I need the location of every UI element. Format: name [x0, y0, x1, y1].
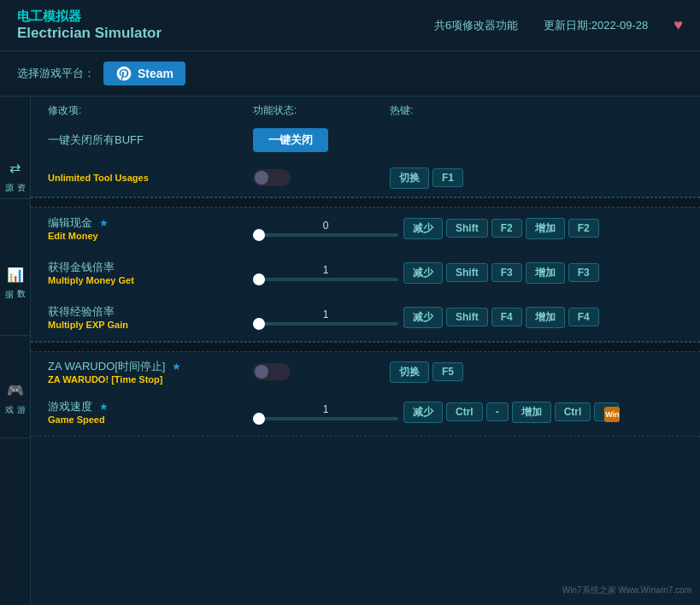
slider-dot-gamespeed[interactable] [253, 413, 265, 425]
hotkey-shift-exp[interactable]: Shift [446, 308, 488, 326]
header-title-cn: 电工模拟器 [17, 9, 162, 25]
hotkey-f4-dec-exp[interactable]: F4 [491, 308, 522, 326]
hotkey-f2-dec-money[interactable]: F2 [491, 219, 522, 238]
zawarudo-toggle-switch[interactable] [253, 363, 291, 380]
mod-name-money: 编辑现金 ★ Edit Money [48, 215, 253, 241]
yijian-toggle-btn[interactable]: 一键关闭 [253, 128, 328, 152]
slider-bar-gamespeed[interactable] [253, 417, 398, 420]
hotkey-qiehuan-zawarudo[interactable]: 切换 [390, 361, 429, 383]
sidebar-label-resource: 资源 [3, 176, 27, 178]
col-headers: 修改项: 功能状态: 热键: [31, 97, 700, 121]
hotkey-inc-gs[interactable]: 增加 [512, 402, 551, 423]
hotkey-dec-money[interactable]: 减少 [403, 218, 443, 239]
hotkey-qiehuan-unlimited[interactable]: 切换 [390, 167, 429, 189]
mod-name-yijian: 一键关闭所有BUFF [48, 132, 253, 148]
toggle-knob-zawarudo [255, 365, 268, 379]
mod-status-unlimited [253, 169, 390, 186]
meta-count: 共6项修改器功能 [434, 18, 518, 33]
hotkey-f1-unlimited[interactable]: F1 [432, 168, 463, 187]
slider-dot-exp[interactable] [253, 318, 265, 330]
hotkey-shift-money[interactable]: Shift [446, 219, 488, 238]
col-header-hotkey: 热键: [390, 103, 683, 118]
table-row: ZA WARUDO[时间停止] ★ ZA WARUDO! [Time Stop]… [31, 352, 700, 391]
slider-bar-exp[interactable] [253, 322, 398, 326]
hotkey-dec-gs[interactable]: 减少 [403, 402, 443, 423]
header-title-en: Electrician Simulator [17, 25, 162, 42]
hotkey-f5-zawarudo[interactable]: F5 [432, 362, 463, 381]
mod-hotkey-exp[interactable]: 减少 Shift F4 增加 F4 [403, 307, 599, 328]
mod-status-zawarudo [253, 363, 390, 380]
mod-cn-multiply-money: 获得金钱倍率 [48, 260, 253, 275]
mod-hotkey-gamespeed[interactable]: 减少 Ctrl - 增加 Ctrl = Win [403, 402, 619, 423]
mod-en-gamespeed: Game Speed [48, 414, 253, 425]
mod-en-multiply-money: Multiply Money Get [48, 275, 253, 285]
mod-en-zawarudo: ZA WARUDO! [Time Stop] [48, 374, 253, 385]
mod-name-gamespeed: 游戏速度 ★ Game Speed [48, 399, 253, 425]
slider-bar-money[interactable] [253, 233, 398, 237]
hotkey-dec-mm[interactable]: 减少 [403, 262, 443, 284]
mod-en-exp: Multiply EXP Gain [48, 320, 253, 330]
hotkey-f2-inc-money[interactable]: F2 [568, 219, 599, 238]
table-row: Unlimited Tool Usages 切换 F1 [31, 159, 700, 197]
mod-en-unlimited: Unlimited Tool Usages [48, 173, 253, 183]
game-section: ZA WARUDO[时间停止] ★ ZA WARUDO! [Time Stop]… [31, 352, 700, 437]
heart-icon[interactable]: ♥ [674, 16, 683, 34]
sidebar-section-game[interactable]: 🎮 游戏 [0, 336, 30, 438]
slider-val-exp: 1 [253, 308, 398, 320]
platform-label: 选择游戏平台： [17, 66, 95, 81]
mod-status-yijian: 一键关闭 [253, 128, 390, 152]
mod-hotkey-unlimited[interactable]: 切换 F1 [390, 167, 463, 189]
slider-dot-money[interactable] [253, 229, 265, 241]
resource-section: 一键关闭所有BUFF 一键关闭 Unlimited Tool Usages [31, 121, 700, 197]
table-row: 编辑现金 ★ Edit Money 0 减少 Shift F2 [31, 208, 700, 252]
sidebar: ⇄ 资源 📊 数据 🎮 游戏 [0, 97, 31, 605]
steam-icon [115, 65, 132, 82]
mod-cn-gamespeed: 游戏速度 ★ [48, 399, 253, 414]
star-icon-gamespeed: ★ [99, 401, 109, 413]
hotkey-shift-mm[interactable]: Shift [446, 263, 488, 282]
header-meta: 共6项修改器功能 更新日期:2022-09-28 ♥ [434, 16, 683, 34]
mod-hotkey-multiply-money[interactable]: 减少 Shift F3 增加 F3 [403, 262, 599, 284]
data-section: 编辑现金 ★ Edit Money 0 减少 Shift F2 [31, 208, 700, 342]
hotkey-ctrl-inc-gs[interactable]: Ctrl [555, 402, 591, 421]
slider-val-gamespeed: 1 [253, 403, 398, 415]
hotkey-inc-money[interactable]: 增加 [526, 218, 565, 239]
mod-row-top-multiply-money: 获得金钱倍率 Multiply Money Get 1 减少 Shift F3 [48, 257, 683, 288]
hotkey-minus-gs[interactable]: - [486, 402, 509, 421]
table-row: 游戏速度 ★ Game Speed 1 减少 Ctrl - [31, 391, 700, 436]
data-icon: 📊 [7, 267, 24, 283]
hotkey-ctrl-dec-gs[interactable]: Ctrl [446, 402, 483, 421]
hotkey-f3-inc-mm[interactable]: F3 [568, 263, 599, 282]
sidebar-section-data[interactable]: 📊 数据 [0, 199, 30, 336]
mod-cn-money: 编辑现金 ★ [48, 215, 253, 231]
hotkey-equal-gs[interactable]: = Win [594, 402, 619, 421]
mod-hotkey-money[interactable]: 减少 Shift F2 增加 F2 [403, 218, 599, 239]
slider-val-multiply-money: 1 [253, 264, 398, 276]
watermark-badge: Win [604, 407, 620, 422]
mod-slider-gamespeed: 1 [253, 403, 390, 420]
sidebar-section-resource[interactable]: ⇄ 资源 [0, 97, 30, 199]
hotkey-inc-mm[interactable]: 增加 [526, 262, 565, 284]
unlimited-toggle-switch[interactable] [253, 169, 291, 186]
steam-button[interactable]: Steam [103, 62, 185, 85]
hotkey-inc-exp[interactable]: 增加 [526, 307, 565, 328]
mod-slider-money: 0 [253, 220, 390, 237]
mod-slider-exp: 1 [253, 308, 390, 326]
mod-hotkey-zawarudo[interactable]: 切换 F5 [390, 361, 463, 383]
mod-slider-multiply-money: 1 [253, 264, 390, 281]
slider-dot-multiply-money[interactable] [253, 273, 265, 285]
game-icon: 🎮 [7, 382, 24, 398]
mod-name-unlimited: Unlimited Tool Usages [48, 173, 253, 183]
meta-date: 更新日期:2022-09-28 [544, 18, 648, 33]
watermark: Win7系统之家 Www.Winwin7.com [562, 584, 691, 596]
hotkey-f4-inc-exp[interactable]: F4 [568, 308, 599, 326]
table-row: 获得经验倍率 Multiply EXP Gain 1 减少 Shift F4 [31, 297, 700, 341]
hotkey-dec-exp[interactable]: 减少 [403, 307, 443, 328]
col-header-status: 功能状态: [253, 103, 390, 118]
slider-bar-multiply-money[interactable] [253, 278, 398, 281]
mod-en-money: Edit Money [48, 231, 253, 241]
star-icon-zawarudo: ★ [172, 361, 181, 373]
hotkey-f3-dec-mm[interactable]: F3 [491, 263, 522, 282]
mod-cn-yijian: 一键关闭所有BUFF [48, 132, 253, 148]
star-icon-money: ★ [99, 217, 109, 229]
